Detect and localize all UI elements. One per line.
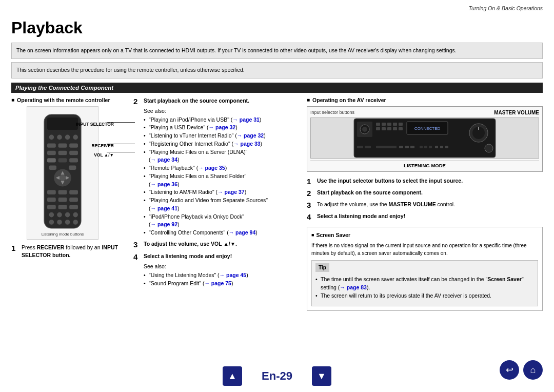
see-also-2: See also:: [144, 108, 298, 114]
svg-point-2: [49, 134, 54, 140]
info-box-1: The on-screen information appears only o…: [11, 43, 543, 59]
list-item: "Registering Other Internet Radio" (→ pa…: [144, 140, 298, 148]
svg-rect-48: [399, 123, 403, 126]
list-item: "Playing Music Files on a Server (DLNA)"…: [144, 148, 298, 165]
svg-rect-62: [399, 146, 403, 148]
listening-mode-label: Listening mode buttons: [42, 232, 84, 237]
section-bar: Playing the Connected Component: [11, 83, 543, 93]
svg-rect-8: [69, 143, 78, 147]
footer-page-label: En-29: [251, 369, 303, 383]
step-2-bullets: "Playing an iPod/iPhone via USB" (→ page…: [144, 116, 298, 237]
svg-point-39: [73, 220, 78, 225]
see-also-4: See also:: [144, 263, 298, 269]
list-item: "iPod/iPhone Playback via Onkyo Dock"(→ …: [144, 213, 298, 229]
master-volume-label: MASTER VOLUME: [494, 110, 539, 115]
step-4-num: 4: [133, 252, 141, 262]
svg-rect-64: [410, 146, 414, 148]
next-arrow[interactable]: ▼: [312, 366, 331, 386]
svg-point-32: [49, 212, 54, 217]
home-button[interactable]: ⌂: [523, 360, 543, 380]
svg-rect-21: [49, 165, 56, 169]
screen-saver-text: If there is no video signal on the curre…: [311, 242, 538, 257]
info-box-1-text: The on-screen information appears only o…: [16, 47, 457, 53]
svg-rect-6: [47, 143, 56, 147]
list-item: "Playing Music Files on a Shared Folder"…: [144, 172, 298, 189]
svg-rect-27: [58, 198, 67, 202]
svg-rect-1: [47, 117, 78, 130]
back-button[interactable]: ↩: [500, 360, 519, 380]
step-4-text: Select a listening mode and enjoy!: [144, 252, 232, 261]
list-item: "Controlling Other Components" (→ page 9…: [144, 229, 298, 237]
svg-rect-22: [69, 165, 76, 169]
svg-rect-30: [58, 205, 67, 209]
step-1: 1 Press RECEIVER followed by an INPUT SE…: [11, 244, 124, 260]
left-sub-heading: Operating with the remote controller: [11, 97, 124, 103]
svg-rect-49: [376, 127, 380, 130]
list-item: "Using the Listening Modes" (→ page 45): [144, 271, 298, 280]
svg-rect-68: [435, 146, 438, 148]
right-step-2-text: Start playback on the source component.: [317, 189, 423, 197]
list-item: "Sound Program Edit" (→ page 75): [144, 280, 298, 288]
svg-point-43: [362, 127, 367, 132]
svg-rect-47: [393, 123, 397, 126]
svg-rect-9: [47, 150, 56, 154]
svg-rect-60: [365, 146, 371, 148]
svg-rect-53: [399, 127, 403, 130]
right-step-1-text: Use the input selector buttons to select…: [317, 177, 463, 185]
tip-label: Tip: [315, 263, 329, 272]
step-1-num: 1: [11, 244, 18, 253]
svg-point-36: [49, 220, 54, 225]
svg-rect-52: [393, 127, 397, 130]
screen-saver-heading: Screen Saver: [311, 231, 538, 240]
svg-rect-14: [69, 158, 78, 162]
page-title: Playback: [11, 18, 543, 37]
list-item: "Playing an iPod/iPhone via USB" (→ page…: [144, 116, 298, 124]
input-selector-label-text: INPUT SELECTOR: [76, 122, 114, 127]
step-3-num: 3: [133, 240, 141, 249]
right-step-2: 2 Start playback on the source component…: [307, 189, 543, 198]
right-step-4-num: 4: [307, 212, 314, 222]
list-item: "Remote Playback" (→ page 35): [144, 164, 298, 172]
right-step-1: 1 Use the input selector buttons to sele…: [307, 177, 543, 186]
step-3-text: To adjust the volume, use VOL ▲/▼.: [144, 240, 237, 248]
right-step-3: 3 To adjust the volume, use the MASTER V…: [307, 201, 543, 210]
step-1-text: Press RECEIVER followed by an INPUT SELE…: [22, 244, 124, 260]
svg-rect-25: [69, 190, 78, 194]
step-2: 2 Start playback on the source component…: [133, 97, 298, 106]
main-columns: Operating with the remote controller: [11, 97, 543, 311]
listening-mode-bar: LISTENING MODE: [310, 161, 539, 168]
svg-rect-7: [58, 143, 67, 147]
list-item: "Listening to AM/FM Radio" (→ page 37): [144, 188, 298, 197]
svg-rect-23: [47, 190, 56, 194]
right-step-1-num: 1: [307, 177, 314, 186]
svg-rect-63: [405, 146, 409, 148]
svg-rect-31: [69, 205, 78, 209]
vol-label-text: VOL ▲/▼: [94, 152, 114, 158]
footer-right-icons: ↩ ⌂: [500, 360, 543, 380]
svg-rect-50: [382, 127, 386, 130]
svg-rect-46: [387, 123, 391, 126]
svg-rect-66: [424, 146, 427, 148]
av-receiver-header: Input selector buttons MASTER VOLUME: [310, 110, 539, 115]
right-step-2-num: 2: [307, 189, 314, 198]
svg-point-38: [65, 220, 70, 225]
right-column: Operating on the AV receiver Input selec…: [307, 97, 543, 311]
svg-rect-24: [58, 190, 67, 194]
svg-rect-11: [69, 150, 78, 154]
prev-arrow[interactable]: ▲: [223, 366, 242, 386]
svg-rect-70: [445, 146, 448, 148]
svg-point-71: [485, 144, 493, 152]
svg-point-37: [57, 220, 62, 225]
info-box-2-text: This section describes the procedure for…: [16, 67, 245, 73]
svg-rect-61: [376, 146, 397, 148]
list-item: "Playing Audio and Video from Separate S…: [144, 197, 298, 213]
input-selector-label: Input selector buttons: [310, 110, 354, 115]
svg-rect-69: [440, 146, 443, 148]
svg-point-34: [65, 212, 70, 217]
svg-rect-28: [69, 198, 78, 202]
svg-rect-65: [420, 146, 423, 148]
right-step-3-num: 3: [307, 201, 314, 210]
left-column: Operating with the remote controller: [11, 97, 124, 311]
svg-rect-10: [58, 150, 67, 154]
svg-rect-13: [58, 158, 67, 162]
